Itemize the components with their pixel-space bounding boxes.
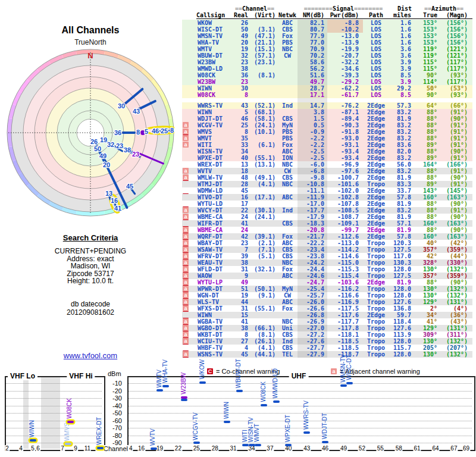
noise-margin: 1.5 [298, 115, 327, 122]
table-row: CWIFR-DT41CBS-18.3-109.12Edge57.1160°(16… [182, 220, 472, 227]
azimuth-true: 90° [415, 92, 439, 98]
distance-miles: 120.3 [389, 240, 415, 246]
noise-margin: -17.0 [298, 201, 327, 207]
azimuth-true: 357° [415, 273, 439, 279]
callsign: WMSN-TV [196, 33, 232, 39]
power: -117.7 [327, 318, 363, 325]
network: NBC [277, 181, 298, 187]
adjacent-warning-badge: a [183, 168, 189, 174]
distance-miles: 127.6 [389, 299, 415, 305]
path: Tropo [363, 351, 389, 358]
power: -101.6 [327, 181, 363, 187]
callsign: WBUW-DT [196, 52, 232, 59]
azimuth-magnetic: (42°) [439, 240, 472, 246]
virtual-channel [250, 85, 277, 92]
azimuth-magnetic: (132°) [439, 351, 472, 358]
path: LOS [363, 46, 389, 52]
callsign: WSAW-TV [196, 246, 232, 253]
path: Tropo [363, 331, 389, 338]
callsign: WLS-TV [196, 299, 232, 305]
power: -29.2 [327, 79, 363, 85]
power: -91.8 [327, 129, 363, 135]
table-row: aWVTV18CW-6.8-97.62Edge83.288°(91°) [182, 168, 472, 174]
azimuth-magnetic: (91°) [439, 129, 472, 135]
noise-margin: -11.9 [298, 194, 327, 201]
channel-tick-label: 7 [60, 445, 65, 452]
azimuth-true: 88° [415, 214, 439, 220]
distance-miles: 136.8 [389, 305, 415, 312]
path: Tropo [363, 286, 389, 292]
noise-margin: -6.8 [298, 168, 327, 174]
distance-miles: 3.9 [389, 59, 415, 65]
signal-bar [303, 431, 310, 434]
virtual-channel: (4.1) [250, 345, 277, 351]
azimuth-magnetic: (91°) [439, 168, 472, 174]
distance-miles: 8.5 [389, 72, 415, 79]
callsign: WBME-CA [196, 227, 232, 233]
azimuth-true: 160° [415, 220, 439, 227]
power: -115.0 [327, 259, 363, 266]
power: -118.5 [327, 345, 363, 351]
noise-margin: -0.9 [298, 129, 327, 135]
azimuth-magnetic: (36°) [439, 312, 472, 318]
azimuth-magnetic: (91°) [439, 181, 472, 187]
adjacent-warning-badge [183, 155, 189, 161]
power: -39.3 [327, 72, 363, 79]
distance-miles: 130.3 [389, 259, 415, 266]
table-row: aCWMVS8(10.1)PBS-0.9-91.82Edge83.288°(91… [182, 129, 472, 135]
azimuth-true: 88° [415, 115, 439, 122]
power: -114.2 [327, 246, 363, 253]
path: LOS [363, 20, 389, 26]
azimuth-true: 64° [415, 102, 439, 109]
virtual-channel: (44.1) [250, 351, 277, 358]
azimuth-magnetic: (91°) [439, 109, 472, 115]
table-row: aCWGBA-TV41NBC-26.9-117.7Tropo118.441°(4… [182, 318, 472, 325]
azimuth-true: 88° [415, 201, 439, 207]
adjacent-warning-badge [183, 46, 189, 52]
station-label: WCGV-TV [192, 412, 199, 440]
channel-axis-label: Channel [102, 445, 129, 452]
real-channel: 45 [232, 351, 250, 358]
azimuth-magnetic: (90°) [439, 227, 472, 233]
signal-bar [285, 444, 292, 446]
callsign: WISC-DT [196, 26, 232, 33]
adjacent-warning-badge: a [183, 207, 189, 213]
callsign: WVCY-DT [196, 207, 232, 214]
path: LOS [363, 59, 389, 65]
network: CBS [277, 345, 298, 351]
adjacent-warning-badge: a [183, 129, 189, 134]
signal-bar [249, 444, 255, 446]
azimuth-magnetic: (132°) [439, 286, 472, 292]
distance-miles: 115.7 [389, 345, 415, 351]
azimuth-magnetic: (156°) [439, 20, 472, 26]
azimuth-magnetic: (163°) [439, 233, 472, 240]
path: 2Edge [363, 109, 389, 115]
network: ION [277, 155, 298, 161]
adjacent-warning-badge: a [183, 318, 189, 324]
azimuth-true: 2° [415, 305, 439, 312]
network [277, 72, 298, 79]
table-row: aCWGBO-DT38(66.1)Uni-27.0-117.8Tropo127.… [182, 325, 472, 331]
real-channel: 8 [232, 129, 250, 135]
distance-miles: 83.2 [389, 135, 415, 142]
network: Fox [277, 33, 298, 39]
real-channel: 23 [232, 240, 250, 246]
table-row: CWHBF-TV4(4.1)CBS-27.7-118.5Tropo115.720… [182, 345, 472, 351]
azimuth-magnetic: (90°) [439, 148, 472, 155]
band-title: VHF Hi [67, 372, 95, 380]
network: CBS [277, 115, 298, 122]
azimuth-true: 42° [415, 253, 439, 259]
distance-miles: 8.5 [389, 92, 415, 98]
svg-text:41: 41 [114, 205, 121, 212]
callsign: WKBT-DT [196, 331, 232, 338]
tvfool-link[interactable]: www.tvfool.com [7, 351, 174, 360]
callsign: WMVT [196, 135, 232, 142]
callsign: WPXE-DT [196, 155, 232, 161]
real-channel: 39 [232, 253, 250, 259]
table-row: aCWAOW9ABC-24.6-115.4Tropo127.5357°(359°… [182, 273, 472, 279]
network [277, 59, 298, 65]
network: ABC [277, 194, 298, 201]
band-title: VHF Lo [8, 372, 37, 380]
virtual-channel: (10.1) [250, 129, 277, 135]
signal-bar [340, 384, 347, 387]
